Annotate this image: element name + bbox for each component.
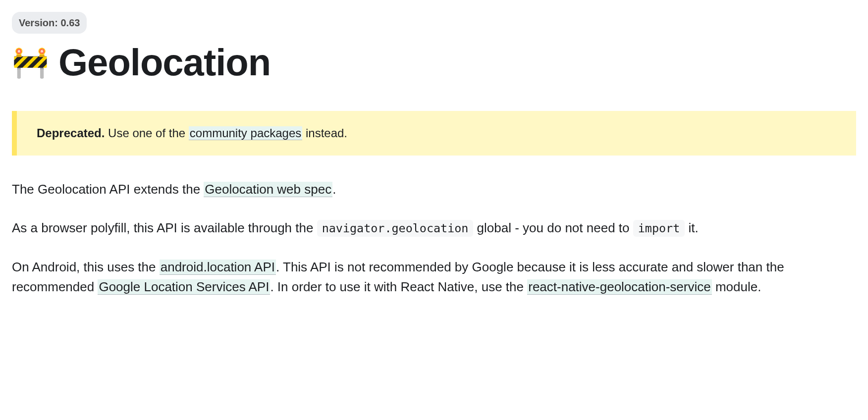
p3-t3: . In order to use it with React Native, … <box>270 279 527 294</box>
p1-before: The Geolocation API extends the <box>12 182 204 197</box>
page-title: 🚧 Geolocation <box>12 42 856 83</box>
construction-icon: 🚧 <box>12 48 49 77</box>
android-paragraph: On Android, this uses the android.locati… <box>12 257 856 297</box>
version-badge: Version: 0.63 <box>12 12 87 34</box>
google-location-services-link[interactable]: Google Location Services API <box>98 279 270 295</box>
p2-part2: global - you do not need to <box>473 220 633 235</box>
navigator-geolocation-code: navigator.geolocation <box>317 220 474 237</box>
deprecated-admonition: Deprecated. Use one of the community pac… <box>12 111 856 156</box>
polyfill-paragraph: As a browser polyfill, this API is avail… <box>12 218 856 238</box>
p2-part1: As a browser polyfill, this API is avail… <box>12 220 317 235</box>
p3-t4: module. <box>712 279 761 294</box>
import-code: import <box>633 220 685 237</box>
p1-after: . <box>332 182 336 197</box>
react-native-geolocation-service-link[interactable]: react-native-geolocation-service <box>527 279 712 295</box>
p3-t1: On Android, this uses the <box>12 260 160 274</box>
deprecated-text-before: Use one of the <box>105 126 188 140</box>
page-title-text: Geolocation <box>58 42 271 83</box>
p2-part3: it. <box>685 220 698 235</box>
deprecated-label: Deprecated. <box>37 126 105 140</box>
deprecated-text-after: instead. <box>302 126 347 140</box>
geolocation-web-spec-link[interactable]: Geolocation web spec <box>204 182 332 197</box>
community-packages-link[interactable]: community packages <box>189 126 302 140</box>
android-location-api-link[interactable]: android.location API <box>160 260 276 275</box>
intro-paragraph: The Geolocation API extends the Geolocat… <box>12 179 856 199</box>
